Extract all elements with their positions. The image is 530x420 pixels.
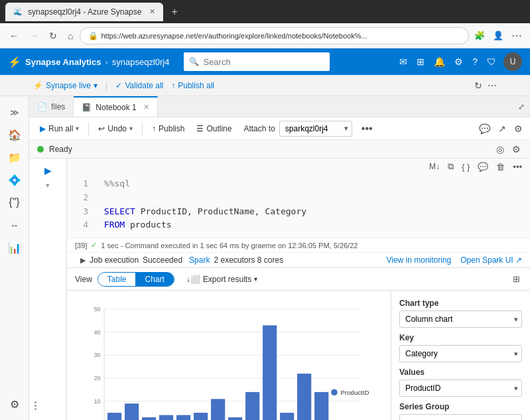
browser-titlebar: 🌊 synapseqzl0rj4 - Azure Synapse ✕ +: [0, 0, 530, 23]
notebook-tab[interactable]: 📓 Notebook 1 ✕: [74, 96, 157, 117]
search-input[interactable]: [203, 57, 324, 67]
extensions-button[interactable]: 🧩: [472, 28, 488, 43]
publish-label: Publish: [159, 124, 184, 133]
series-group-select[interactable]: [399, 414, 522, 420]
user-avatar[interactable]: U: [503, 52, 522, 71]
cell-content: M↓ ⧉ { } 💬 🗑 ••• 1 %%sql: [66, 159, 530, 420]
cell-more-button[interactable]: •••: [510, 160, 525, 173]
values-select[interactable]: ProductID: [399, 380, 522, 397]
cell-delete-button[interactable]: 🗑: [494, 160, 507, 173]
export-button[interactable]: ↓⬜ Export results ▾: [180, 273, 264, 286]
undo-button[interactable]: ↩ Undo ▾: [93, 122, 138, 135]
status-circle-button[interactable]: ◎: [495, 143, 505, 156]
cell-code[interactable]: 1 %%sql 2 3 SELECT ProductID, ProductNam…: [67, 175, 530, 238]
chart-type-select-wrap[interactable]: Column chart ▾: [399, 311, 522, 328]
table-tab[interactable]: Table: [98, 273, 136, 286]
result-more-button[interactable]: ⊞: [511, 272, 522, 286]
cell-code-button[interactable]: { }: [459, 160, 472, 173]
values-label: Values: [399, 368, 522, 377]
address-text: https://web.azuresynapse.net/en/authorin…: [101, 32, 460, 40]
series-group-select-wrap[interactable]: ▾: [399, 414, 522, 420]
svg-text:10: 10: [94, 398, 101, 405]
code-line-4: 4 FROM products: [75, 218, 522, 232]
profile-button[interactable]: 👤: [490, 28, 506, 43]
sub-more-button[interactable]: ⋯: [488, 80, 497, 91]
share-button[interactable]: ↗: [496, 121, 508, 136]
right-action-icons: 💬 ↗ ⚙: [477, 121, 525, 136]
cell-comment-button[interactable]: 💬: [475, 160, 491, 173]
export-label: Export results: [203, 275, 251, 284]
files-tab[interactable]: 📄 files: [29, 96, 74, 117]
expand-chevron[interactable]: ▶: [80, 256, 86, 265]
notification-icon[interactable]: 🔔: [432, 54, 447, 69]
chart-panel: Count(ProductID) 50 40: [67, 291, 530, 420]
cell-collapse-button[interactable]: ▾: [42, 180, 54, 191]
sidebar-data-button[interactable]: 💠: [4, 169, 25, 190]
new-tab-button[interactable]: +: [167, 5, 181, 19]
run-all-button[interactable]: ▶ Run all ▾: [34, 122, 84, 135]
sidebar-develop-button[interactable]: {"}: [4, 192, 25, 213]
browser-tab[interactable]: 🌊 synapseqzl0rj4 - Azure Synapse ✕: [5, 3, 163, 21]
refresh-sub-button[interactable]: ↻: [474, 80, 482, 91]
sidebar-home-button[interactable]: 🏠: [4, 124, 25, 145]
series-group-label: Series Group: [399, 402, 522, 411]
tab-expand-button[interactable]: ⤢: [513, 96, 530, 117]
sidebar-monitor-button[interactable]: 📊: [4, 237, 25, 258]
attach-select-wrap[interactable]: sparkqzl0rj4 ▾: [279, 121, 352, 137]
bar-9: [263, 326, 277, 420]
bar-10: [280, 413, 294, 420]
more-actions-button[interactable]: •••: [356, 121, 378, 137]
view-monitoring-link[interactable]: View in monitoring: [386, 255, 451, 265]
publish-all-item[interactable]: ↑ Publish all: [171, 81, 214, 90]
run-all-icon: ▶: [40, 124, 46, 133]
sidebar-files-button[interactable]: 📁: [4, 147, 25, 168]
settings-icon[interactable]: ⚙: [452, 54, 465, 69]
chart-type-label: Chart type: [399, 299, 522, 308]
comment-button[interactable]: 💬: [477, 121, 492, 136]
cell-side-more[interactable]: [34, 401, 36, 410]
attach-select[interactable]: sparkqzl0rj4: [279, 121, 352, 137]
workspace-name[interactable]: synapseqzl0rj4: [112, 57, 170, 67]
cell-copy-button[interactable]: ⧉: [445, 160, 456, 173]
line-num-4: 4: [75, 218, 88, 232]
bar-4: [176, 415, 190, 420]
chart-type-select[interactable]: Column chart: [399, 311, 522, 328]
sidebar-expand-button[interactable]: ≫: [4, 102, 25, 123]
validate-all-item[interactable]: ✓ Validate all: [115, 81, 163, 90]
outline-label: Outline: [206, 124, 232, 133]
tab-close-icon[interactable]: ✕: [149, 7, 155, 16]
key-select-wrap[interactable]: Category ▾: [399, 345, 522, 362]
refresh-button[interactable]: ↻: [45, 28, 61, 44]
values-select-wrap[interactable]: ProductID ▾: [399, 380, 522, 397]
address-bar[interactable]: 🔒 https://web.azuresynapse.net/en/author…: [80, 27, 469, 44]
notebook-settings-button[interactable]: ⚙: [512, 121, 525, 136]
cell-md-button[interactable]: M↓: [427, 160, 442, 173]
bar-3: [159, 415, 173, 420]
back-button[interactable]: ←: [5, 28, 23, 44]
publish-button[interactable]: ↑ Publish: [147, 122, 190, 135]
validate-label: Validate all: [125, 81, 163, 90]
feedback-icon[interactable]: 🛡: [485, 54, 498, 69]
bar-5: [194, 413, 208, 420]
notebook-tab-close[interactable]: ✕: [143, 103, 149, 111]
sidebar-manage-button[interactable]: ⚙: [4, 393, 25, 415]
open-spark-link[interactable]: Open Spark UI ↗: [460, 255, 522, 265]
notebook-tab-icon: 📓: [82, 103, 92, 112]
more-browser-button[interactable]: ⋯: [509, 27, 525, 44]
home-button[interactable]: ⌂: [64, 28, 77, 44]
header-search-box[interactable]: 🔍: [184, 52, 330, 71]
sidebar-integrate-button[interactable]: ↔: [4, 214, 25, 236]
forward-button[interactable]: →: [25, 28, 42, 44]
key-select[interactable]: Category: [399, 345, 522, 362]
help-icon[interactable]: ?: [470, 54, 480, 69]
synapse-logo-icon: ⚡: [8, 56, 21, 68]
chart-tab[interactable]: Chart: [135, 273, 173, 286]
grid-icon[interactable]: ⊞: [415, 54, 427, 69]
cell-run-button[interactable]: ▶: [40, 164, 56, 177]
chat-icon[interactable]: ✉: [397, 54, 409, 69]
status-settings-button[interactable]: ⚙: [511, 143, 522, 156]
synapse-header: ⚡ Synapse Analytics › synapseqzl0rj4 🔍 ✉…: [0, 48, 530, 75]
outline-button[interactable]: ☰ Outline: [191, 122, 237, 135]
synapse-live-item[interactable]: ⚡ Synapse live ▾: [33, 81, 98, 90]
result-area: View Table Chart ↓⬜ Export results ▾ ⊞: [67, 267, 530, 420]
